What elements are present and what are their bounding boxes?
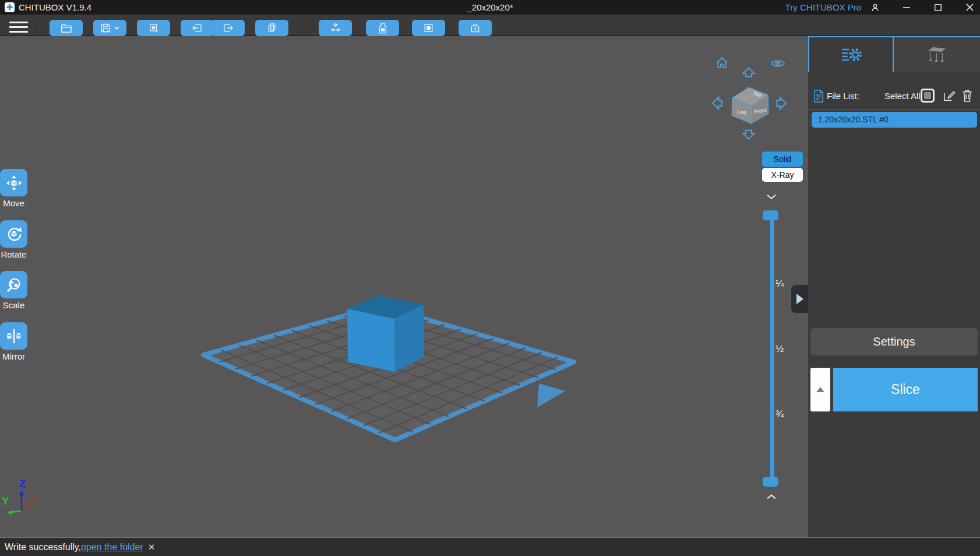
dig-hole-button[interactable] — [459, 20, 492, 36]
resin-button[interactable] — [366, 20, 399, 36]
axis-z-label: Z — [19, 477, 26, 490]
status-message: Write successfully, — [5, 542, 81, 553]
toolbar-separator — [37, 17, 37, 33]
viewport-3d[interactable]: Z Y X — [0, 36, 808, 537]
home-view-button[interactable] — [715, 56, 729, 72]
title-bar: ✚ CHITUBOX V1.9.4 _20x20x20* Try CHITUBO… — [0, 0, 980, 15]
arrow-left-icon — [713, 97, 722, 109]
chitubox-window: Z Y X ✚ CHITUBOX V1.9.4 _20x20x20* Try C… — [0, 0, 980, 556]
tool-rotate: Rotate — [0, 220, 27, 259]
panel-tab-bar — [808, 36, 980, 71]
navigation-cube[interactable]: Left Front Top — [727, 83, 775, 129]
rotate-button[interactable] — [0, 220, 27, 248]
clip-step-up-button[interactable] — [766, 492, 777, 503]
build-plate-tab — [537, 383, 565, 407]
tab-slice-settings[interactable] — [808, 37, 894, 72]
view-mode-toggle: Solid X-Ray — [762, 152, 803, 182]
clip-slider-bottom-handle[interactable] — [763, 477, 778, 487]
select-all-checkbox[interactable] — [921, 89, 935, 103]
close-button[interactable] — [964, 2, 975, 13]
chevron-down-icon — [767, 195, 775, 199]
capture-button[interactable] — [137, 20, 170, 36]
status-bar: Write successfully,open the folder ✕ — [0, 537, 980, 556]
tool-mirror: Mirror — [0, 322, 27, 361]
redo-button[interactable] — [211, 20, 245, 36]
menu-button[interactable] — [9, 19, 28, 32]
rotate-icon — [5, 226, 23, 243]
try-pro-link[interactable]: Try CHITUBOX Pro — [785, 0, 861, 15]
model-cube[interactable] — [347, 295, 424, 372]
move-icon — [5, 174, 23, 192]
status-close-icon[interactable]: ✕ — [148, 542, 156, 553]
side-panel: File List: Select All 1.20x20x20.STL #0 … — [808, 36, 980, 537]
select-all-label: Select All — [884, 91, 921, 101]
settings-gear-icon — [840, 45, 863, 65]
scale-label: Scale — [0, 300, 27, 310]
rotate-view-up-button[interactable] — [741, 66, 756, 80]
move-label: Move — [0, 198, 27, 208]
open-file-button[interactable] — [50, 20, 83, 36]
maximize-button[interactable] — [932, 2, 944, 13]
delete-icon — [961, 89, 973, 103]
panel-collapse-button[interactable] — [791, 285, 808, 313]
rotate-view-right-button[interactable] — [775, 95, 787, 114]
slider-quarter-mark: ¼ — [775, 278, 789, 290]
copy-button[interactable] — [255, 20, 288, 36]
file-list-item[interactable]: 1.20x20x20.STL #0 — [812, 112, 977, 128]
rename-icon — [942, 89, 956, 103]
expand-arrow-icon — [796, 294, 803, 304]
tab-support[interactable] — [894, 37, 980, 72]
file-list-header: File List: Select All — [808, 87, 980, 106]
axis-gizmo: Z Y X — [2, 477, 40, 515]
auto-arrange-button[interactable] — [319, 20, 352, 36]
rotate-view-left-button[interactable] — [711, 95, 723, 114]
slider-half-mark: ½ — [775, 343, 789, 355]
mirror-button[interactable] — [0, 322, 27, 350]
stepper-up-icon — [816, 387, 824, 392]
solid-mode-button[interactable]: Solid — [762, 152, 803, 167]
scale-button[interactable] — [0, 271, 27, 298]
scale-icon — [5, 276, 23, 294]
slice-options-stepper[interactable] — [810, 368, 830, 411]
clip-slider-top-handle[interactable] — [763, 210, 778, 220]
user-account-icon[interactable] — [869, 2, 881, 13]
support-icon — [923, 44, 950, 65]
save-dropdown-chevron-icon — [114, 25, 120, 31]
rotate-label: Rotate — [0, 249, 27, 259]
hollow-button[interactable] — [412, 20, 445, 36]
slider-three-quarter-mark: ¾ — [775, 409, 789, 420]
save-button[interactable] — [93, 20, 126, 36]
undo-button[interactable] — [181, 20, 214, 36]
chevron-up-icon — [767, 495, 775, 499]
main-toolbar — [0, 15, 980, 36]
xray-mode-button[interactable]: X-Ray — [762, 168, 803, 182]
cube-left-label: Left — [737, 109, 747, 116]
file-list-icon — [813, 90, 824, 103]
tool-scale: Scale — [0, 271, 27, 310]
arrow-right-icon — [777, 97, 786, 109]
clip-slider-track[interactable] — [770, 213, 774, 484]
tool-move: Move — [0, 169, 27, 208]
mirror-icon — [5, 328, 23, 345]
mirror-label: Mirror — [0, 351, 27, 361]
minimize-button[interactable] — [901, 2, 912, 13]
arrow-up-icon — [743, 68, 755, 76]
file-list-label: File List: — [827, 91, 859, 101]
clip-step-down-button[interactable] — [766, 192, 777, 203]
axis-y-label: Y — [2, 495, 9, 507]
move-button[interactable] — [0, 169, 27, 196]
axis-x-label: X — [32, 494, 40, 506]
settings-button[interactable]: Settings — [810, 328, 978, 356]
slice-button[interactable]: Slice — [833, 368, 978, 411]
arrow-down-icon — [743, 130, 755, 139]
open-folder-link[interactable]: open the folder — [81, 542, 143, 553]
visibility-button[interactable] — [770, 58, 786, 72]
divider — [808, 109, 980, 110]
rotate-view-down-button[interactable] — [741, 129, 756, 143]
